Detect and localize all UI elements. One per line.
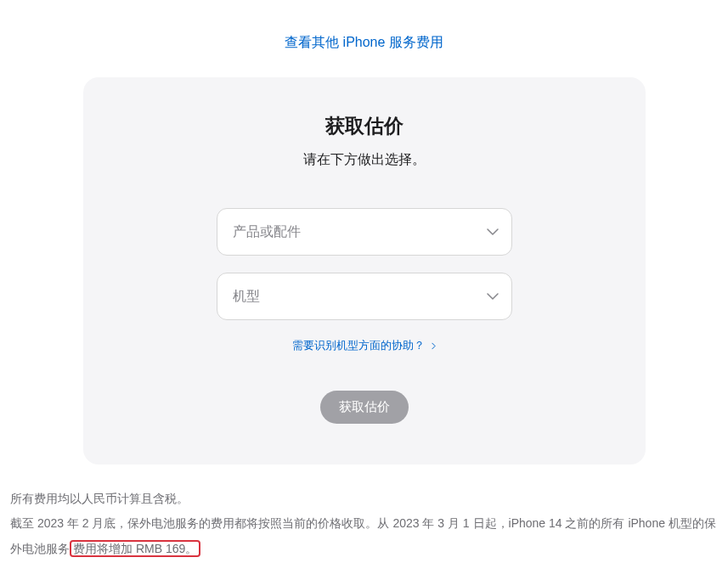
product-select[interactable]: 产品或配件: [217, 208, 512, 256]
footer-tax-note: 所有费用均以人民币计算且含税。: [10, 487, 718, 511]
identify-model-help-link[interactable]: 需要识别机型方面的协助？: [292, 339, 436, 352]
help-link-text: 需要识别机型方面的协助？: [292, 339, 425, 352]
footer-highlighted-text: 费用将增加 RMB 169。: [70, 540, 200, 557]
top-link-container: 查看其他 iPhone 服务费用: [7, 0, 721, 77]
model-select[interactable]: 机型: [217, 273, 512, 320]
estimate-card: 获取估价 请在下方做出选择。 产品或配件 机型 需要识别机型方面的协助？: [83, 77, 646, 464]
model-select-placeholder: 机型: [233, 288, 260, 306]
model-select-wrapper: 机型: [217, 273, 512, 320]
card-subtitle: 请在下方做出选择。: [117, 151, 612, 169]
card-title: 获取估价: [117, 113, 612, 139]
get-estimate-button[interactable]: 获取估价: [320, 391, 409, 424]
footer-price-change-note: 截至 2023 年 2 月底，保外电池服务的费用都将按照当前的价格收取。从 20…: [10, 511, 718, 561]
footer-notes: 所有费用均以人民币计算且含税。 截至 2023 年 2 月底，保外电池服务的费用…: [7, 487, 721, 561]
help-link-container: 需要识别机型方面的协助？: [117, 337, 612, 353]
product-select-placeholder: 产品或配件: [233, 223, 301, 241]
other-services-link[interactable]: 查看其他 iPhone 服务费用: [285, 35, 443, 49]
chevron-right-icon: [432, 340, 436, 352]
product-select-wrapper: 产品或配件: [217, 208, 512, 256]
